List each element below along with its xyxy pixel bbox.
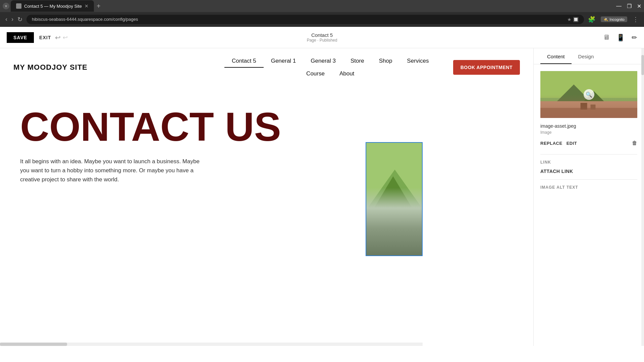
tab-design-label: Design: [578, 54, 594, 59]
tab-design[interactable]: Design: [572, 48, 601, 64]
edit-button[interactable]: EDIT: [567, 141, 577, 146]
svg-marker-6: [383, 210, 423, 256]
panel-content: 🔍 image-asset.jpeg Image REPLACE EDIT 🗑 …: [534, 64, 644, 200]
book-appointment-button[interactable]: BOOK APPOINTMENT: [453, 60, 520, 75]
image-filename: image-asset.jpeg: [540, 123, 637, 129]
window-controls: — ❐ ✕: [616, 3, 641, 9]
svg-rect-4: [366, 227, 423, 256]
incognito-icon: 🕵: [603, 17, 608, 21]
divider-1: [540, 154, 637, 155]
landscape-svg: [366, 143, 423, 256]
delete-button[interactable]: 🗑: [632, 140, 637, 146]
panel-scrollbar-thumb[interactable]: [641, 55, 644, 75]
extensions-icon[interactable]: 🧩: [588, 16, 595, 23]
image-actions: REPLACE EDIT 🗑: [540, 140, 637, 146]
svg-marker-5: [366, 217, 407, 256]
address-bar[interactable]: hibiscus-seabass-6444.squarespace.com/co…: [26, 15, 584, 24]
menu-button[interactable]: ⋮: [633, 16, 639, 23]
thumbnail-svg: [540, 71, 637, 118]
minimize-button[interactable]: —: [616, 3, 622, 9]
page-name: Contact 5: [307, 32, 337, 38]
close-button[interactable]: ✕: [637, 3, 641, 9]
contact-heading: CONTACT US: [20, 107, 282, 147]
address-bar-row: ‹ › ↻ hibiscus-seabass-6444.squarespace.…: [0, 12, 644, 27]
nav-item-general1[interactable]: General 1: [264, 55, 304, 68]
editor-toolbar: SAVE EXIT ↩ ↩ Contact 5 Page · Published…: [0, 27, 644, 48]
maximize-button[interactable]: ❐: [627, 3, 632, 9]
edit-mode-icon[interactable]: ✏: [632, 34, 637, 42]
main-area: MY MOODJOY SITE Contact 5 General 1 Gene…: [0, 48, 644, 346]
tab-favicon: [16, 3, 21, 9]
nav-item-services[interactable]: Services: [399, 55, 436, 68]
address-icons: ★ 🔲: [567, 17, 579, 22]
svg-marker-10: [567, 91, 621, 118]
undo-button[interactable]: ↩: [55, 34, 61, 42]
address-text: hibiscus-seabass-6444.squarespace.com/co…: [32, 17, 138, 22]
forward-button[interactable]: ›: [11, 16, 13, 23]
image-thumbnail[interactable]: 🔍: [540, 71, 637, 118]
nav-item-course[interactable]: Course: [299, 68, 332, 80]
scrollbar-thumb[interactable]: [0, 343, 67, 346]
toolbar-center: Contact 5 Page · Published: [307, 32, 337, 43]
tab-content-label: Content: [547, 54, 565, 59]
divider-2: [540, 179, 637, 180]
site-content: CONTACT US It all begins with an idea. M…: [0, 86, 302, 198]
desktop-view-icon[interactable]: 🖥: [603, 34, 610, 41]
redo-button[interactable]: ↩: [63, 34, 68, 41]
nav-item-about[interactable]: About: [332, 68, 362, 80]
link-section-label: LINK: [540, 160, 637, 165]
back-button[interactable]: ‹: [5, 16, 7, 23]
site-preview: MY MOODJOY SITE Contact 5 General 1 Gene…: [0, 48, 533, 346]
nav-item-store[interactable]: Store: [343, 55, 372, 68]
alt-text-label: IMAGE ALT TEXT: [540, 185, 637, 190]
horizontal-scrollbar[interactable]: [0, 343, 423, 346]
nav-item-contact5[interactable]: Contact 5: [224, 55, 264, 68]
attach-link-button[interactable]: ATTACH LINK: [540, 169, 637, 174]
tab-bar: ▼ Contact 5 — My Moodjoy Site ✕ + — ❐ ✕: [0, 0, 644, 12]
svg-rect-14: [590, 105, 595, 110]
svg-rect-13: [581, 103, 587, 110]
browser-actions: 🧩 🕵 Incognito ⋮: [588, 16, 639, 23]
site-nav: Contact 5 General 1 General 3 Store Shop…: [213, 55, 448, 80]
nav-item-general3[interactable]: General 3: [303, 55, 343, 68]
save-button[interactable]: SAVE: [7, 32, 34, 43]
incognito-label: Incognito: [609, 17, 625, 21]
toolbar-right: 🖥 📱 ✏: [603, 34, 637, 42]
nav-item-shop[interactable]: Shop: [372, 55, 400, 68]
mobile-view-icon[interactable]: 📱: [616, 34, 625, 42]
tab-content[interactable]: Content: [540, 48, 572, 64]
site-logo: MY MOODJOY SITE: [13, 63, 88, 72]
new-tab-button[interactable]: +: [97, 2, 101, 10]
panel-scrollbar-track: [641, 48, 644, 346]
replace-button[interactable]: REPLACE: [540, 141, 562, 146]
reload-button[interactable]: ↻: [17, 16, 22, 23]
svg-rect-11: [540, 101, 637, 118]
svg-rect-12: [540, 108, 637, 118]
selected-image-panel[interactable]: [366, 142, 423, 256]
tab-group-icon[interactable]: ▼: [3, 3, 9, 9]
tab-title: Contact 5 — My Moodjoy Site: [24, 4, 82, 9]
tab-close-button[interactable]: ✕: [85, 3, 89, 9]
right-panel: Content Design: [533, 48, 644, 346]
contact-body: It all begins with an idea. Maybe you wa…: [20, 157, 208, 184]
panel-tabs: Content Design: [534, 48, 644, 64]
zoom-icon: 🔍: [584, 89, 594, 100]
image-panel-preview: [366, 143, 422, 255]
site-header: MY MOODJOY SITE Contact 5 General 1 Gene…: [0, 48, 533, 86]
exit-button[interactable]: EXIT: [39, 35, 51, 40]
active-tab[interactable]: Contact 5 — My Moodjoy Site ✕: [11, 0, 94, 12]
incognito-badge: 🕵 Incognito: [601, 16, 627, 22]
page-status: Page · Published: [307, 38, 337, 43]
image-type: Image: [540, 130, 637, 135]
